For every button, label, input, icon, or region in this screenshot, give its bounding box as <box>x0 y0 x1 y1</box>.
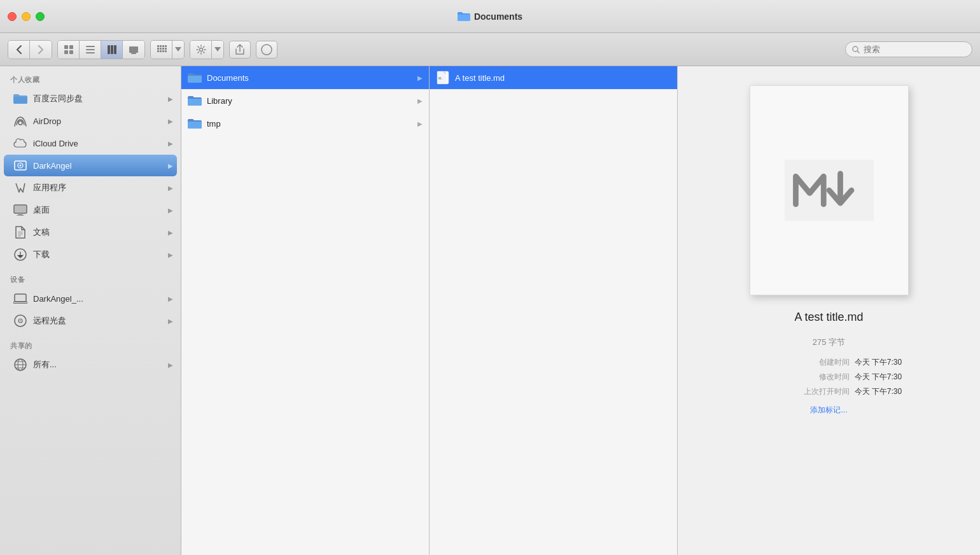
svg-rect-34 <box>18 213 23 215</box>
svg-rect-11 <box>131 53 136 54</box>
view-buttons <box>57 40 145 59</box>
chevron-icon: ▶ <box>168 140 173 147</box>
folder-icon <box>188 71 202 85</box>
forward-button[interactable] <box>30 41 52 59</box>
folder-icon <box>458 11 470 22</box>
globe-icon <box>13 357 28 372</box>
sidebar-label-icloud: iCloud Drive <box>33 139 168 148</box>
window-title: Documents <box>474 11 522 22</box>
created-value: 今天 下午7:30 <box>855 357 931 368</box>
preview-meta: 275 字节 创建时间 今天 下午7:30 修改时间 今天 下午7:30 上次打… <box>727 337 931 416</box>
add-tag-link[interactable]: 添加标记... <box>810 405 847 414</box>
column-label-documents: Documents <box>207 73 417 83</box>
svg-rect-13 <box>160 45 162 47</box>
modified-label: 修改时间 <box>792 372 850 383</box>
sidebar-label-darkangel: DarkAngel <box>33 161 168 171</box>
svg-text:M↓: M↓ <box>438 76 443 80</box>
svg-rect-10 <box>129 46 138 53</box>
sidebar-item-airdrop[interactable]: AirDrop ▶ <box>4 110 177 132</box>
sidebar-item-remote-disk[interactable]: 远程光盘 ▶ <box>4 310 177 332</box>
svg-point-26 <box>853 46 858 52</box>
tags-button[interactable] <box>256 41 277 59</box>
opened-label: 上次打开时间 <box>792 386 850 397</box>
sidebar-item-downloads[interactable]: 下载 ▶ <box>4 244 177 265</box>
sidebar: 个人收藏 百度云同步盘 ▶ AirDrop ▶ iCloud Drive ▶ <box>0 66 181 555</box>
created-label: 创建时间 <box>792 357 850 368</box>
sidebar-item-icloud[interactable]: iCloud Drive ▶ <box>4 132 177 154</box>
chevron-icon: ▶ <box>168 95 173 102</box>
sidebar-item-apps[interactable]: 应用程序 ▶ <box>4 177 177 199</box>
sidebar-label-downloads: 下载 <box>33 249 168 260</box>
column-item-documents[interactable]: Documents ▶ <box>181 66 429 89</box>
icloud-icon <box>13 136 28 151</box>
chevron-icon: ▶ <box>168 229 173 236</box>
column-item-md-file[interactable]: M↓ A test title.md <box>430 66 677 89</box>
drive-icon <box>13 158 28 173</box>
laptop-icon <box>13 291 28 306</box>
sidebar-section-devices: 设备 <box>0 266 181 287</box>
chevron-icon: ▶ <box>168 118 173 125</box>
close-button[interactable] <box>8 12 17 21</box>
grid-dropdown-button[interactable] <box>172 41 184 59</box>
modified-value: 今天 下午7:30 <box>855 372 931 383</box>
preview-created-row: 创建时间 今天 下午7:30 <box>727 357 931 368</box>
sidebar-item-all[interactable]: 所有... ▶ <box>4 354 177 376</box>
svg-rect-37 <box>18 234 23 234</box>
titlebar-center: Documents <box>458 11 522 22</box>
view-list-button[interactable] <box>80 41 101 59</box>
view-cover-button[interactable] <box>123 41 144 59</box>
svg-rect-21 <box>160 50 162 52</box>
svg-rect-36 <box>18 232 23 232</box>
maximize-button[interactable] <box>36 12 45 21</box>
back-button[interactable] <box>8 41 30 59</box>
preview-filename: A test title.md <box>794 311 863 324</box>
sidebar-label-all: 所有... <box>33 359 168 370</box>
view-columns-button[interactable] <box>101 41 123 59</box>
disc-icon <box>13 313 28 328</box>
sidebar-label-baidu: 百度云同步盘 <box>33 93 168 104</box>
search-input[interactable] <box>864 45 953 54</box>
sidebar-item-baidu[interactable]: 百度云同步盘 ▶ <box>4 88 177 109</box>
minimize-button[interactable] <box>22 12 31 21</box>
settings-dropdown-button[interactable] <box>212 41 223 59</box>
chevron-icon: ▶ <box>168 207 173 214</box>
preview-filesize: 275 字节 <box>727 337 931 348</box>
chevron-icon: ▶ <box>168 295 173 302</box>
svg-point-28 <box>18 121 22 125</box>
md-preview-icon <box>778 152 880 228</box>
svg-rect-9 <box>114 45 116 54</box>
downloads-icon <box>13 247 28 262</box>
sidebar-item-desktop[interactable]: 桌面 ▶ <box>4 199 177 221</box>
settings-group <box>190 40 224 59</box>
column-item-library[interactable]: Library ▶ <box>181 89 429 112</box>
svg-rect-0 <box>64 45 68 49</box>
chevron-icon: ▶ <box>168 362 173 369</box>
svg-point-45 <box>20 320 21 321</box>
share-button[interactable] <box>229 41 251 59</box>
svg-rect-22 <box>162 50 164 52</box>
grid-button[interactable] <box>151 41 172 59</box>
sidebar-item-darkangel[interactable]: DarkAngel ▶ <box>4 155 177 176</box>
folder-icon <box>188 116 202 130</box>
svg-rect-14 <box>162 45 164 47</box>
chevron-icon: ▶ <box>417 97 423 104</box>
preview-opened-row: 上次打开时间 今天 下午7:30 <box>727 386 931 397</box>
chevron-icon: ▶ <box>417 74 423 81</box>
sidebar-label-apps: 应用程序 <box>33 182 168 193</box>
titlebar: Documents <box>0 0 980 33</box>
column-label-md-file: A test title.md <box>455 73 671 83</box>
search-bar[interactable] <box>845 41 972 57</box>
nav-buttons <box>8 40 52 59</box>
svg-rect-16 <box>157 48 159 50</box>
svg-point-25 <box>262 45 272 55</box>
sidebar-item-darkangel-disk[interactable]: DarkAngel_... ▶ <box>4 288 177 309</box>
svg-rect-8 <box>111 45 113 54</box>
chevron-icon: ▶ <box>417 120 423 127</box>
column-view: Documents ▶ Library ▶ tmp ▶ <box>181 66 980 555</box>
column-item-tmp[interactable]: tmp ▶ <box>181 112 429 135</box>
view-icon-button[interactable] <box>58 41 80 59</box>
settings-button[interactable] <box>190 41 212 59</box>
svg-rect-41 <box>15 295 25 301</box>
column-label-tmp: tmp <box>207 119 417 129</box>
sidebar-item-documents[interactable]: 文稿 ▶ <box>4 221 177 243</box>
